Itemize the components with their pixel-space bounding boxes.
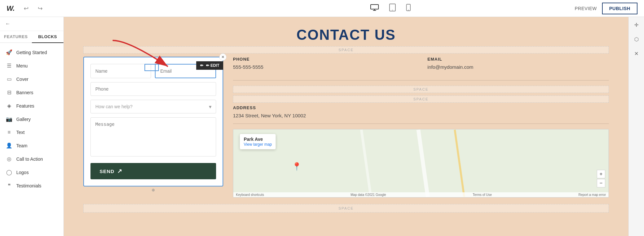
canvas-page: CONTACT US SPACE	[64, 17, 628, 236]
sidebar-item-testimonials[interactable]: ❝ Testimonials	[0, 179, 63, 192]
sidebar-item-text[interactable]: ≡ Text	[0, 126, 63, 139]
panel-resize-button[interactable]: ⬡	[631, 34, 642, 44]
rocket-icon: 🚀	[6, 49, 12, 55]
undo-button[interactable]: ↩	[21, 4, 31, 13]
form-resize-handle[interactable]: ⊕	[83, 186, 223, 194]
map-keyboard-shortcuts: Keyboard shortcuts	[236, 193, 264, 197]
phone-input[interactable]	[90, 82, 216, 96]
sidebar-item-call-to-action[interactable]: ◎ Call to Action	[0, 152, 63, 166]
map-zoom-in-button[interactable]: +	[597, 170, 605, 178]
sidebar-item-label: Features	[16, 103, 34, 109]
cover-icon: ▭	[6, 76, 12, 82]
edit-label: ✏ EDIT	[206, 63, 219, 68]
tablet-view-button[interactable]	[387, 2, 398, 14]
space-block-bottom: SPACE	[83, 204, 609, 213]
map-zoom-out-button[interactable]: −	[597, 179, 605, 187]
map-popup: Park Ave View larger map	[240, 134, 276, 149]
panel-move-button[interactable]: ✛	[631, 20, 642, 30]
sidebar-item-features[interactable]: ◈ Features	[0, 99, 63, 112]
map-popup-title: Park Ave	[244, 137, 272, 142]
gallery-icon: 📷	[6, 116, 12, 122]
sidebar-item-menu[interactable]: ☰ Menu	[0, 59, 63, 72]
contact-row: ✏ ✏ EDIT ✕	[64, 53, 628, 204]
menu-icon: ☰	[6, 63, 12, 69]
phone-section: PHONE 555-555-5555	[233, 57, 415, 70]
page-header: CONTACT US	[64, 17, 628, 46]
send-label: SEND	[100, 169, 115, 174]
logos-icon: ◯	[6, 169, 12, 175]
sidebar-back-button[interactable]: ←	[5, 21, 10, 27]
sidebar-item-label: Cover	[16, 77, 28, 82]
banners-icon: ⊟	[6, 89, 12, 96]
email-value: info@mydomain.com	[428, 64, 609, 70]
resize-icon: ⬡	[634, 36, 639, 42]
tab-blocks[interactable]: BLOCKS	[32, 31, 64, 43]
space-block-mid: SPACE	[233, 86, 609, 93]
message-textarea[interactable]	[90, 117, 216, 156]
map-zoom-controls: + −	[597, 170, 605, 187]
redo-button[interactable]: ↪	[35, 4, 45, 13]
desktop-view-button[interactable]	[368, 2, 381, 14]
info-grid-phone-email: PHONE 555-555-5555 EMAIL info@mydomain.c…	[233, 57, 609, 75]
panel-close-button[interactable]: ✕	[631, 48, 642, 59]
close-overlay-button[interactable]: ✕	[219, 53, 226, 61]
sidebar-item-team[interactable]: 👤 Team	[0, 139, 63, 152]
name-input[interactable]	[90, 64, 151, 78]
map-terms-link: Terms of Use	[473, 193, 492, 197]
address-value: 1234 Street, New York, NY 10002	[233, 113, 609, 118]
main-layout: ← FEATURES BLOCKS 🚀 Getting Started ☰ Me…	[0, 17, 644, 236]
move-icon: ✛	[634, 22, 638, 28]
preview-button[interactable]: PREVIEW	[575, 6, 597, 11]
email-label: EMAIL	[428, 57, 609, 62]
help-dropdown[interactable]: How can we help?	[90, 100, 216, 113]
topbar: W. ↩ ↪ PREVIEW PUBLISH	[0, 0, 644, 17]
sidebar-item-label: Logos	[16, 170, 29, 175]
space-block-top: SPACE	[83, 46, 609, 53]
map-data-label: Map data ©2021 Google	[350, 193, 386, 197]
phone-value: 555-555-5555	[233, 64, 415, 70]
space-block-mid2: SPACE	[233, 96, 609, 103]
tab-features[interactable]: FEATURES	[0, 31, 32, 43]
canvas-area: CONTACT US SPACE	[64, 17, 628, 236]
info-column: PHONE 555-555-5555 EMAIL info@mydomain.c…	[233, 57, 609, 198]
svg-point-2	[392, 10, 393, 10]
map-container: Park Ave View larger map 📍 + − Keyboard …	[233, 129, 609, 198]
sidebar-item-label: Text	[16, 130, 25, 135]
phone-label: PHONE	[233, 57, 415, 62]
topbar-right: PREVIEW PUBLISH	[575, 3, 637, 14]
sidebar-item-label: Banners	[16, 90, 33, 95]
form-container: ✏ ✏ EDIT ✕	[83, 57, 223, 186]
send-button[interactable]: SEND ↗	[90, 163, 216, 179]
sidebar-item-logos[interactable]: ◯ Logos	[0, 166, 63, 179]
map-footer: Keyboard shortcuts Map data ©2021 Google…	[233, 192, 609, 197]
sidebar-tabs: FEATURES BLOCKS	[0, 31, 63, 43]
divider-1	[233, 80, 609, 81]
sidebar-item-cover[interactable]: ▭ Cover	[0, 72, 63, 86]
map-pin-icon: 📍	[292, 162, 302, 171]
email-section: EMAIL info@mydomain.com	[428, 57, 609, 70]
sidebar: ← FEATURES BLOCKS 🚀 Getting Started ☰ Me…	[0, 17, 64, 236]
field-highlight	[144, 64, 159, 71]
site-logo: W.	[7, 4, 15, 13]
edit-pencil-icon: ✏	[200, 63, 203, 68]
sidebar-items-list: 🚀 Getting Started ☰ Menu ▭ Cover ⊟ Banne…	[0, 43, 63, 236]
sidebar-item-label: Testimonials	[16, 183, 41, 188]
sidebar-item-label: Call to Action	[16, 156, 43, 162]
publish-button[interactable]: PUBLISH	[602, 3, 637, 14]
sidebar-item-banners[interactable]: ⊟ Banners	[0, 86, 63, 99]
page-title: CONTACT US	[64, 27, 628, 43]
sidebar-item-gallery[interactable]: 📷 Gallery	[0, 112, 63, 126]
map-report-link: Report a map error	[578, 193, 606, 197]
svg-rect-0	[371, 5, 378, 9]
sidebar-header: ←	[0, 17, 63, 31]
map-view-larger-link[interactable]: View larger map	[244, 142, 272, 147]
edit-overlay-button[interactable]: ✏ ✏ EDIT	[196, 61, 223, 70]
device-switcher	[368, 2, 413, 14]
mobile-view-button[interactable]	[404, 2, 413, 14]
close-icon: ✕	[221, 55, 225, 59]
sidebar-item-label: Menu	[16, 63, 28, 68]
sidebar-item-getting-started[interactable]: 🚀 Getting Started	[0, 46, 63, 59]
svg-point-4	[408, 10, 409, 10]
team-icon: 👤	[6, 142, 12, 149]
sidebar-item-label: Gallery	[16, 117, 31, 122]
